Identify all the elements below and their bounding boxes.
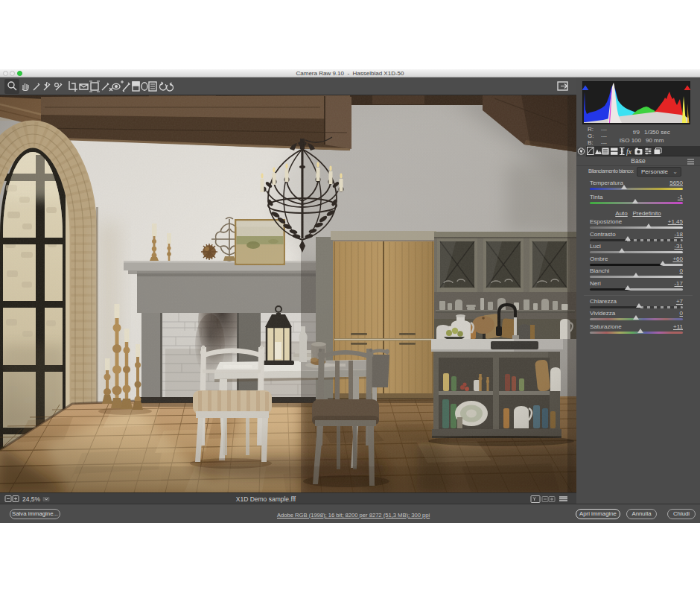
svg-text:---: --- — [601, 139, 607, 146]
svg-text:B:: B: — [588, 139, 594, 146]
svg-text:24,5%: 24,5% — [22, 495, 41, 503]
svg-text:f/9: f/9 — [633, 129, 640, 136]
svg-text:1/350 sec: 1/350 sec — [644, 129, 670, 136]
svg-text:90 mm: 90 mm — [646, 137, 664, 144]
svg-text:G:: G: — [588, 133, 594, 139]
svg-text:X1D Demo sample.fff: X1D Demo sample.fff — [236, 495, 296, 503]
svg-text:ISO 100: ISO 100 — [620, 137, 642, 144]
svg-text:fx: fx — [626, 148, 632, 156]
svg-text:---: --- — [601, 133, 607, 139]
svg-text:---: --- — [601, 126, 607, 133]
svg-text:R:: R: — [588, 126, 594, 133]
